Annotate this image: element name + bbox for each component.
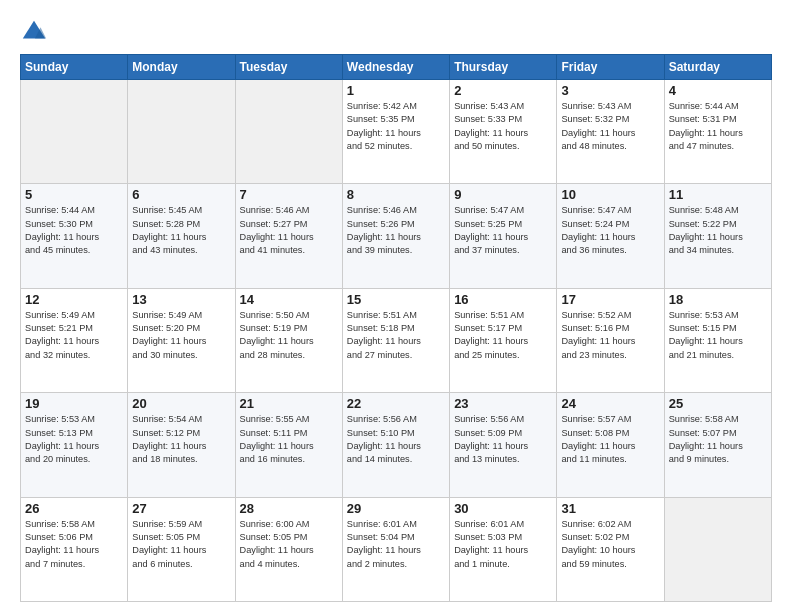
calendar-cell: 8Sunrise: 5:46 AM Sunset: 5:26 PM Daylig… xyxy=(342,184,449,288)
calendar-cell: 13Sunrise: 5:49 AM Sunset: 5:20 PM Dayli… xyxy=(128,288,235,392)
calendar-week-row: 5Sunrise: 5:44 AM Sunset: 5:30 PM Daylig… xyxy=(21,184,772,288)
cell-details: Sunrise: 5:50 AM Sunset: 5:19 PM Dayligh… xyxy=(240,309,338,362)
cell-details: Sunrise: 5:54 AM Sunset: 5:12 PM Dayligh… xyxy=(132,413,230,466)
day-number: 29 xyxy=(347,501,445,516)
calendar-week-row: 12Sunrise: 5:49 AM Sunset: 5:21 PM Dayli… xyxy=(21,288,772,392)
calendar-week-row: 1Sunrise: 5:42 AM Sunset: 5:35 PM Daylig… xyxy=(21,80,772,184)
cell-details: Sunrise: 5:56 AM Sunset: 5:09 PM Dayligh… xyxy=(454,413,552,466)
day-number: 5 xyxy=(25,187,123,202)
calendar-cell: 20Sunrise: 5:54 AM Sunset: 5:12 PM Dayli… xyxy=(128,393,235,497)
day-number: 9 xyxy=(454,187,552,202)
day-number: 15 xyxy=(347,292,445,307)
day-number: 23 xyxy=(454,396,552,411)
calendar-table: SundayMondayTuesdayWednesdayThursdayFrid… xyxy=(20,54,772,602)
day-number: 14 xyxy=(240,292,338,307)
calendar-cell: 21Sunrise: 5:55 AM Sunset: 5:11 PM Dayli… xyxy=(235,393,342,497)
cell-details: Sunrise: 5:47 AM Sunset: 5:25 PM Dayligh… xyxy=(454,204,552,257)
day-number: 24 xyxy=(561,396,659,411)
cell-details: Sunrise: 5:51 AM Sunset: 5:18 PM Dayligh… xyxy=(347,309,445,362)
weekday-header-monday: Monday xyxy=(128,55,235,80)
day-number: 27 xyxy=(132,501,230,516)
cell-details: Sunrise: 5:55 AM Sunset: 5:11 PM Dayligh… xyxy=(240,413,338,466)
cell-details: Sunrise: 6:01 AM Sunset: 5:03 PM Dayligh… xyxy=(454,518,552,571)
cell-details: Sunrise: 5:59 AM Sunset: 5:05 PM Dayligh… xyxy=(132,518,230,571)
cell-details: Sunrise: 5:48 AM Sunset: 5:22 PM Dayligh… xyxy=(669,204,767,257)
weekday-header-sunday: Sunday xyxy=(21,55,128,80)
calendar-cell: 23Sunrise: 5:56 AM Sunset: 5:09 PM Dayli… xyxy=(450,393,557,497)
cell-details: Sunrise: 5:58 AM Sunset: 5:07 PM Dayligh… xyxy=(669,413,767,466)
day-number: 8 xyxy=(347,187,445,202)
cell-details: Sunrise: 5:43 AM Sunset: 5:33 PM Dayligh… xyxy=(454,100,552,153)
cell-details: Sunrise: 5:45 AM Sunset: 5:28 PM Dayligh… xyxy=(132,204,230,257)
day-number: 16 xyxy=(454,292,552,307)
cell-details: Sunrise: 5:47 AM Sunset: 5:24 PM Dayligh… xyxy=(561,204,659,257)
day-number: 2 xyxy=(454,83,552,98)
calendar-cell: 27Sunrise: 5:59 AM Sunset: 5:05 PM Dayli… xyxy=(128,497,235,601)
cell-details: Sunrise: 5:53 AM Sunset: 5:15 PM Dayligh… xyxy=(669,309,767,362)
cell-details: Sunrise: 5:49 AM Sunset: 5:21 PM Dayligh… xyxy=(25,309,123,362)
calendar-cell xyxy=(664,497,771,601)
calendar-cell: 11Sunrise: 5:48 AM Sunset: 5:22 PM Dayli… xyxy=(664,184,771,288)
calendar-cell: 18Sunrise: 5:53 AM Sunset: 5:15 PM Dayli… xyxy=(664,288,771,392)
calendar-cell: 6Sunrise: 5:45 AM Sunset: 5:28 PM Daylig… xyxy=(128,184,235,288)
calendar-cell: 30Sunrise: 6:01 AM Sunset: 5:03 PM Dayli… xyxy=(450,497,557,601)
calendar-cell: 22Sunrise: 5:56 AM Sunset: 5:10 PM Dayli… xyxy=(342,393,449,497)
day-number: 12 xyxy=(25,292,123,307)
day-number: 1 xyxy=(347,83,445,98)
day-number: 21 xyxy=(240,396,338,411)
calendar-cell: 31Sunrise: 6:02 AM Sunset: 5:02 PM Dayli… xyxy=(557,497,664,601)
calendar-week-row: 26Sunrise: 5:58 AM Sunset: 5:06 PM Dayli… xyxy=(21,497,772,601)
day-number: 26 xyxy=(25,501,123,516)
cell-details: Sunrise: 6:01 AM Sunset: 5:04 PM Dayligh… xyxy=(347,518,445,571)
calendar-cell: 4Sunrise: 5:44 AM Sunset: 5:31 PM Daylig… xyxy=(664,80,771,184)
cell-details: Sunrise: 5:52 AM Sunset: 5:16 PM Dayligh… xyxy=(561,309,659,362)
cell-details: Sunrise: 5:44 AM Sunset: 5:31 PM Dayligh… xyxy=(669,100,767,153)
calendar-cell: 26Sunrise: 5:58 AM Sunset: 5:06 PM Dayli… xyxy=(21,497,128,601)
calendar-cell: 1Sunrise: 5:42 AM Sunset: 5:35 PM Daylig… xyxy=(342,80,449,184)
calendar-cell: 7Sunrise: 5:46 AM Sunset: 5:27 PM Daylig… xyxy=(235,184,342,288)
day-number: 6 xyxy=(132,187,230,202)
cell-details: Sunrise: 5:58 AM Sunset: 5:06 PM Dayligh… xyxy=(25,518,123,571)
cell-details: Sunrise: 6:02 AM Sunset: 5:02 PM Dayligh… xyxy=(561,518,659,571)
day-number: 20 xyxy=(132,396,230,411)
logo-icon xyxy=(20,18,48,46)
day-number: 4 xyxy=(669,83,767,98)
calendar-cell: 14Sunrise: 5:50 AM Sunset: 5:19 PM Dayli… xyxy=(235,288,342,392)
day-number: 31 xyxy=(561,501,659,516)
calendar-week-row: 19Sunrise: 5:53 AM Sunset: 5:13 PM Dayli… xyxy=(21,393,772,497)
weekday-header-friday: Friday xyxy=(557,55,664,80)
calendar-cell: 17Sunrise: 5:52 AM Sunset: 5:16 PM Dayli… xyxy=(557,288,664,392)
cell-details: Sunrise: 5:44 AM Sunset: 5:30 PM Dayligh… xyxy=(25,204,123,257)
day-number: 3 xyxy=(561,83,659,98)
day-number: 13 xyxy=(132,292,230,307)
day-number: 28 xyxy=(240,501,338,516)
weekday-header-thursday: Thursday xyxy=(450,55,557,80)
day-number: 11 xyxy=(669,187,767,202)
cell-details: Sunrise: 5:56 AM Sunset: 5:10 PM Dayligh… xyxy=(347,413,445,466)
page: SundayMondayTuesdayWednesdayThursdayFrid… xyxy=(0,0,792,612)
cell-details: Sunrise: 5:42 AM Sunset: 5:35 PM Dayligh… xyxy=(347,100,445,153)
weekday-header-row: SundayMondayTuesdayWednesdayThursdayFrid… xyxy=(21,55,772,80)
calendar-cell: 9Sunrise: 5:47 AM Sunset: 5:25 PM Daylig… xyxy=(450,184,557,288)
calendar-cell: 16Sunrise: 5:51 AM Sunset: 5:17 PM Dayli… xyxy=(450,288,557,392)
day-number: 17 xyxy=(561,292,659,307)
cell-details: Sunrise: 5:53 AM Sunset: 5:13 PM Dayligh… xyxy=(25,413,123,466)
cell-details: Sunrise: 5:46 AM Sunset: 5:27 PM Dayligh… xyxy=(240,204,338,257)
calendar-cell: 15Sunrise: 5:51 AM Sunset: 5:18 PM Dayli… xyxy=(342,288,449,392)
cell-details: Sunrise: 6:00 AM Sunset: 5:05 PM Dayligh… xyxy=(240,518,338,571)
weekday-header-wednesday: Wednesday xyxy=(342,55,449,80)
calendar-cell: 10Sunrise: 5:47 AM Sunset: 5:24 PM Dayli… xyxy=(557,184,664,288)
day-number: 7 xyxy=(240,187,338,202)
logo xyxy=(20,18,52,46)
calendar-cell xyxy=(128,80,235,184)
calendar-cell: 24Sunrise: 5:57 AM Sunset: 5:08 PM Dayli… xyxy=(557,393,664,497)
day-number: 19 xyxy=(25,396,123,411)
calendar-cell: 2Sunrise: 5:43 AM Sunset: 5:33 PM Daylig… xyxy=(450,80,557,184)
calendar-cell: 3Sunrise: 5:43 AM Sunset: 5:32 PM Daylig… xyxy=(557,80,664,184)
cell-details: Sunrise: 5:49 AM Sunset: 5:20 PM Dayligh… xyxy=(132,309,230,362)
weekday-header-tuesday: Tuesday xyxy=(235,55,342,80)
day-number: 30 xyxy=(454,501,552,516)
calendar-cell: 25Sunrise: 5:58 AM Sunset: 5:07 PM Dayli… xyxy=(664,393,771,497)
calendar-cell xyxy=(21,80,128,184)
calendar-cell: 29Sunrise: 6:01 AM Sunset: 5:04 PM Dayli… xyxy=(342,497,449,601)
